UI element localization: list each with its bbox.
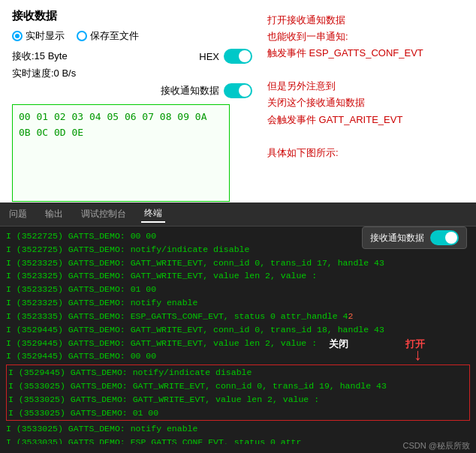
tab-bar: 问题 输出 调试控制台 终端 — [0, 202, 476, 226]
receive-label: 接收:15 Byte — [12, 50, 68, 63]
radio-group: 实时显示 保存至文件 — [12, 29, 252, 43]
left-panel: 接收数据 实时显示 保存至文件 接收:15 Byte HEX 实时速度:0 B/… — [12, 9, 252, 194]
receive-info-row: 接收:15 Byte HEX — [12, 49, 252, 64]
terminal-line-14: I (3533025) GATTS_DEMO: notify enable — [6, 422, 470, 436]
tab-output[interactable]: 输出 — [42, 206, 66, 222]
terminal-line-10: I (3529445) GATTS_DEMO: notify/indicate … — [8, 366, 468, 380]
terminal-body: I (3522725) GATTS_DEMO: 00 00 I (3522725… — [0, 226, 476, 444]
radio-label-realtime: 实时显示 — [26, 29, 65, 43]
annotation-line-5: 关闭这个接收通知数据 — [267, 94, 464, 111]
terminal-line-0: I (3522725) GATTS_DEMO: 00 00 — [6, 230, 470, 243]
tab-terminal[interactable]: 终端 — [141, 206, 165, 223]
top-section: 接收数据 实时显示 保存至文件 接收:15 Byte HEX 实时速度:0 B/… — [0, 0, 476, 202]
terminal-line-4: I (3523325) GATTS_DEMO: 01 00 — [6, 283, 470, 296]
terminal-line-13: I (3533025) GATTS_DEMO: 01 00 — [8, 406, 468, 420]
hex-toggle-container: HEX — [199, 49, 252, 64]
tab-problems[interactable]: 问题 — [6, 206, 30, 222]
hex-toggle[interactable] — [224, 49, 252, 64]
data-display-box: 00 01 02 03 04 05 06 07 08 09 0A 0B 0C 0… — [12, 104, 230, 202]
annotation-line-2: 触发事件 ESP_GATTS_CONF_EVT — [267, 45, 464, 62]
terminal-line-7: I (3529445) GATTS_DEMO: GATT_WRITE_EVT, … — [6, 323, 470, 337]
annotation-text: 打开接收通知数据 也能收到一串通知: 触发事件 ESP_GATTS_CONF_E… — [267, 12, 464, 161]
panel-title: 接收数据 — [12, 9, 252, 23]
annotation-line-1: 也能收到一串通知: — [267, 28, 464, 45]
tab-debug-console[interactable]: 调试控制台 — [78, 206, 129, 222]
terminal-line-6: I (3523335) GATTS_DEMO: ESP_GATTS_CONF_E… — [6, 310, 470, 323]
terminal-line-5: I (3523325) GATTS_DEMO: notify enable — [6, 296, 470, 310]
label-close: 关闭 — [329, 338, 348, 351]
arrow-down: ↓ — [414, 345, 422, 364]
data-content: 00 01 02 03 04 05 06 07 08 09 0A 0B 0C 0… — [19, 111, 206, 138]
annotation-line-4: 但是另外注意到 — [267, 78, 464, 94]
notify-label: 接收通知数据 — [161, 84, 219, 98]
radio-circle-realtime — [12, 31, 23, 41]
notification-toggle-row: 接收通知数据 — [12, 83, 252, 98]
terminal-line-15: I (3533035) GATTS_DEMO: ESP_GATTS_CONF_E… — [6, 436, 470, 444]
right-panel: 打开接收通知数据 也能收到一串通知: 触发事件 ESP_GATTS_CONF_E… — [267, 9, 464, 194]
speed-info-row: 实时速度:0 B/s — [12, 67, 252, 80]
radio-save[interactable]: 保存至文件 — [77, 29, 139, 43]
annotation-line-6: 会触发事件 GATT_ARITE_EVT — [267, 112, 464, 128]
highlight-box: I (3529445) GATTS_DEMO: notify/indicate … — [6, 364, 470, 421]
terminal-line-3: I (3523325) GATTS_DEMO: GATT_WRITE_EVT, … — [6, 269, 470, 283]
radio-circle-save — [77, 31, 87, 41]
speed-label: 实时速度:0 B/s — [12, 67, 76, 80]
terminal-line-8: I (3529445) GATTS_DEMO: GATT_WRITE_EVT, … — [6, 337, 470, 350]
watermark: CSDN @秘辰所致 — [403, 440, 470, 452]
annotation-line-0: 打开接收通知数据 — [267, 12, 464, 28]
radio-label-save: 保存至文件 — [90, 29, 139, 43]
hex-label: HEX — [199, 51, 219, 62]
terminal-line-12: I (3533025) GATTS_DEMO: GATT_WRITE_EVT, … — [8, 393, 468, 406]
terminal-line-2: I (3523325) GATTS_DEMO: GATT_WRITE_EVT, … — [6, 256, 470, 270]
terminal-line-1: I (3522725) GATTS_DEMO: notify/indicate … — [6, 243, 470, 256]
annotation-line-8: 具体如下图所示: — [267, 145, 464, 161]
notify-toggle[interactable] — [224, 83, 252, 98]
terminal-line-11: I (3533025) GATTS_DEMO: GATT_WRITE_EVT, … — [8, 380, 468, 393]
bottom-section: 问题 输出 调试控制台 终端 接收通知数据 I (3522725) GATTS_… — [0, 202, 476, 453]
radio-realtime[interactable]: 实时显示 — [12, 29, 65, 43]
terminal-line-9: I (3529445) GATTS_DEMO: 00 00 — [6, 350, 470, 363]
